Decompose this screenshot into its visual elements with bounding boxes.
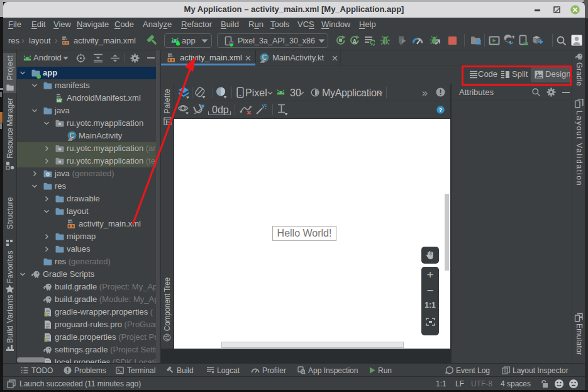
svg-text:A: A [352,38,357,45]
svg-text:?: ? [439,106,443,113]
